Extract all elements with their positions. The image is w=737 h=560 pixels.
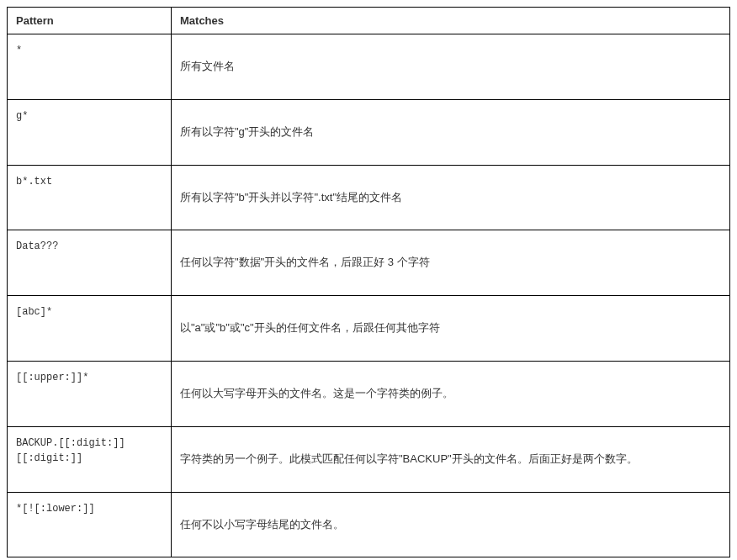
- pattern-cell: g*: [8, 99, 172, 165]
- matches-cell: 所有以字符"b"开头并以字符".txt"结尾的文件名: [172, 165, 730, 230]
- table-header-row: Pattern Matches: [8, 8, 730, 34]
- pattern-cell: [abc]*: [8, 296, 172, 362]
- pattern-cell: b*.txt: [8, 165, 172, 230]
- matches-cell: 所有文件名: [172, 34, 730, 100]
- table-row: * 所有文件名: [8, 34, 730, 100]
- table-row: [[:upper:]]* 任何以大写字母开头的文件名。这是一个字符类的例子。: [8, 361, 730, 426]
- table-row: g* 所有以字符"g"开头的文件名: [8, 99, 730, 165]
- matches-cell: 任何以大写字母开头的文件名。这是一个字符类的例子。: [172, 361, 730, 426]
- pattern-cell: Data???: [8, 230, 172, 296]
- table-row: *[![:lower:]] 任何不以小写字母结尾的文件名。: [8, 492, 730, 557]
- matches-cell: 以"a"或"b"或"c"开头的任何文件名，后跟任何其他字符: [172, 296, 730, 362]
- pattern-cell: [[:upper:]]*: [8, 361, 172, 426]
- table-row: BACKUP.[[:digit:]][[:digit:]] 字符类的另一个例子。…: [8, 426, 730, 492]
- matches-cell: 任何不以小写字母结尾的文件名。: [172, 492, 730, 557]
- pattern-cell: BACKUP.[[:digit:]][[:digit:]]: [8, 426, 172, 492]
- header-matches: Matches: [172, 8, 730, 34]
- matches-cell: 字符类的另一个例子。此模式匹配任何以字符"BACKUP"开头的文件名。后面正好是…: [172, 426, 730, 492]
- pattern-matches-table: Pattern Matches * 所有文件名 g* 所有以字符"g"开头的文件…: [7, 7, 730, 557]
- matches-cell: 所有以字符"g"开头的文件名: [172, 99, 730, 165]
- pattern-cell: *[![:lower:]]: [8, 492, 172, 557]
- table-row: b*.txt 所有以字符"b"开头并以字符".txt"结尾的文件名: [8, 165, 730, 230]
- header-pattern: Pattern: [8, 8, 172, 34]
- table-row: Data??? 任何以字符"数据"开头的文件名，后跟正好 3 个字符: [8, 230, 730, 296]
- matches-cell: 任何以字符"数据"开头的文件名，后跟正好 3 个字符: [172, 230, 730, 296]
- table-row: [abc]* 以"a"或"b"或"c"开头的任何文件名，后跟任何其他字符: [8, 296, 730, 362]
- pattern-cell: *: [8, 34, 172, 100]
